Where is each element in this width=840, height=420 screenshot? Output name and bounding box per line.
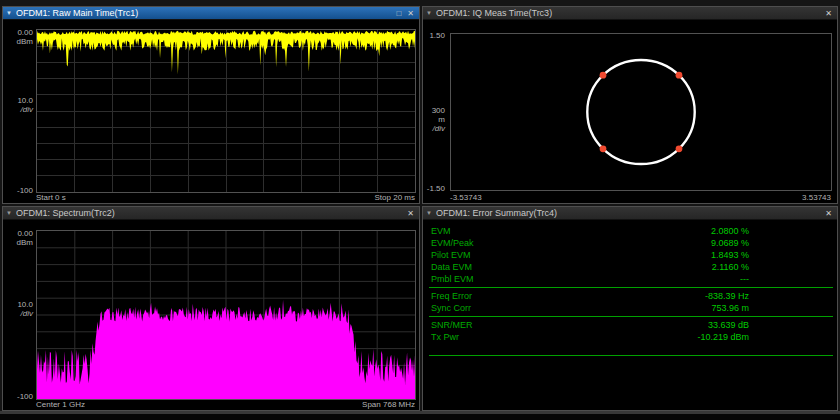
- titlebar-iq-meas-time[interactable]: ▼ OFDM1: IQ Meas Time(Trc3) ✕: [423, 7, 837, 20]
- y-axis-mid-label: 10.0 /div: [17, 96, 33, 114]
- raw-main-time-content: 0.00 dBm 10.0 /div -100 Start 0 s Stop 2…: [3, 20, 419, 203]
- error-summary-row: Data EVM2.1160 %: [423, 261, 837, 273]
- spectrum-plot[interactable]: [36, 230, 416, 400]
- error-summary-value: ---: [740, 273, 749, 285]
- collapse-icon[interactable]: ▼: [426, 207, 432, 220]
- panel-title-iq-meas-time: OFDM1: IQ Meas Time(Trc3): [436, 8, 821, 18]
- panel-title-raw-main-time: OFDM1: Raw Main Time(Trc1): [16, 8, 393, 18]
- error-summary-label: Data EVM: [431, 261, 472, 273]
- error-summary-label: EVM/Peak: [431, 237, 474, 249]
- y-axis-top-label: 1.50: [429, 31, 445, 40]
- error-summary-label: Pmbl EVM: [431, 273, 474, 285]
- error-summary-value: 753.96 m: [711, 302, 749, 314]
- iq-meas-time-plot[interactable]: [450, 33, 832, 191]
- y-axis-bottom-label: -100: [17, 186, 33, 195]
- x-axis-span-label: Span 768 MHz: [362, 400, 415, 409]
- close-icon[interactable]: ✕: [407, 209, 414, 218]
- error-summary-label: Tx Pwr: [431, 331, 459, 343]
- error-summary-value: 33.639 dB: [708, 319, 749, 331]
- y-axis-bottom-label: -100: [17, 392, 33, 401]
- error-summary-row: Pilot EVM1.8493 %: [423, 249, 837, 261]
- group-separator: [429, 355, 833, 356]
- x-axis-stop-label: Stop 20 ms: [375, 193, 415, 202]
- collapse-icon[interactable]: ▼: [426, 7, 432, 20]
- panel-raw-main-time: ▼ OFDM1: Raw Main Time(Trc1) □ ✕ 0.00 dB…: [2, 6, 420, 204]
- x-axis-center-label: Center 1 GHz: [36, 400, 85, 409]
- y-axis-mid-label: 10.0 /div: [17, 300, 33, 318]
- error-summary-table: EVM2.0800 %EVM/Peak9.0689 %Pilot EVM1.84…: [423, 220, 837, 410]
- panel-title-error-summary: OFDM1: Error Summary(Trc4): [436, 208, 821, 218]
- error-summary-label: SNR/MER: [431, 319, 473, 331]
- titlebar-spectrum[interactable]: ▼ OFDM1: Spectrum(Trc2) ✕: [3, 207, 419, 220]
- error-summary-value: 2.1160 %: [712, 261, 749, 273]
- y-axis-bottom-label: -1.50: [427, 184, 445, 193]
- panel-title-spectrum: OFDM1: Spectrum(Trc2): [16, 208, 403, 218]
- y-axis-mid-label: 300 m /div: [423, 106, 445, 133]
- panel-iq-meas-time: ▼ OFDM1: IQ Meas Time(Trc3) ✕ 1.50 300 m…: [422, 6, 838, 204]
- signal-analyzer-window: ▼ OFDM1: Raw Main Time(Trc1) □ ✕ 0.00 dB…: [0, 0, 840, 420]
- maximize-icon[interactable]: □: [396, 9, 401, 18]
- titlebar-error-summary[interactable]: ▼ OFDM1: Error Summary(Trc4) ✕: [423, 207, 837, 220]
- x-axis-min-label: -3.53743: [450, 193, 482, 202]
- error-summary-row: Tx Pwr-10.219 dBm: [423, 331, 837, 343]
- y-axis-top-label: 0.00 dBm: [17, 229, 33, 247]
- spectrum-content: 0.00 dBm 10.0 /div -100 Center 1 GHz Spa…: [3, 220, 419, 410]
- error-summary-value: -838.39 Hz: [705, 290, 749, 302]
- titlebar-raw-main-time[interactable]: ▼ OFDM1: Raw Main Time(Trc1) □ ✕: [3, 7, 419, 20]
- panel-spectrum: ▼ OFDM1: Spectrum(Trc2) ✕ 0.00 dBm 10.0 …: [2, 206, 420, 411]
- error-summary-value: 9.0689 %: [711, 237, 749, 249]
- group-separator: [429, 316, 833, 317]
- spectrum-trace: [37, 231, 415, 399]
- error-summary-row: EVM/Peak9.0689 %: [423, 237, 837, 249]
- error-summary-label: Freq Error: [431, 290, 472, 302]
- collapse-icon[interactable]: ▼: [6, 207, 12, 220]
- iq-meas-time-content: 1.50 300 m /div -1.50 -3.53743 3.53743: [423, 20, 837, 203]
- error-summary-label: EVM: [431, 225, 451, 237]
- close-icon[interactable]: ✕: [825, 209, 832, 218]
- x-axis-start-label: Start 0 s: [36, 193, 66, 202]
- panel-error-summary: ▼ OFDM1: Error Summary(Trc4) ✕ EVM2.0800…: [422, 206, 838, 411]
- collapse-icon[interactable]: ▼: [6, 7, 12, 20]
- y-axis-top-label: 0.00 dBm: [17, 28, 33, 46]
- error-summary-row: Freq Error-838.39 Hz: [423, 290, 837, 302]
- error-summary-label: Pilot EVM: [431, 249, 471, 261]
- status-strip: [0, 411, 840, 420]
- error-summary-label: Sync Corr: [431, 302, 471, 314]
- time-trace: [37, 30, 415, 192]
- error-summary-row: Pmbl EVM---: [423, 273, 837, 285]
- error-summary-row: EVM2.0800 %: [423, 225, 837, 237]
- close-icon[interactable]: ✕: [407, 9, 414, 18]
- error-summary-value: -10.219 dBm: [697, 331, 749, 343]
- x-axis-max-label: 3.53743: [802, 193, 831, 202]
- constellation-trace: [451, 34, 831, 190]
- error-summary-row: Sync Corr753.96 m: [423, 302, 837, 314]
- error-summary-value: 2.0800 %: [711, 225, 749, 237]
- close-icon[interactable]: ✕: [825, 9, 832, 18]
- raw-main-time-plot[interactable]: [36, 29, 416, 193]
- error-summary-row: SNR/MER33.639 dB: [423, 319, 837, 331]
- error-summary-value: 1.8493 %: [711, 249, 749, 261]
- group-separator: [429, 287, 833, 288]
